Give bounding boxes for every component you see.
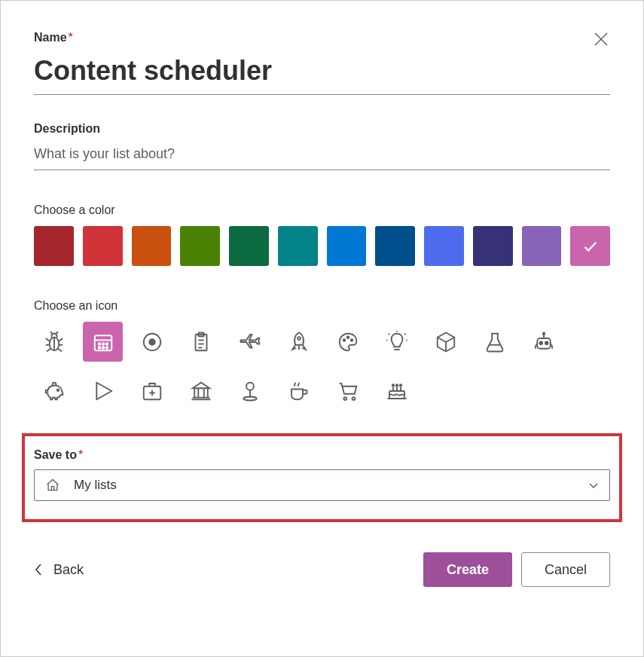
rocket-icon-option[interactable] [279,322,319,362]
svg-point-15 [102,343,104,345]
color-dark-red[interactable] [34,226,74,266]
svg-point-19 [105,347,108,349]
home-icon [45,478,60,493]
color-green[interactable] [180,226,220,266]
dialog-footer: Back Create Cancel [34,552,610,587]
palette-icon-option[interactable] [328,322,368,362]
create-list-dialog: Name* Description Choose a color Choose … [0,0,644,657]
svg-point-30 [346,336,349,338]
color-orange[interactable] [132,226,172,266]
color-teal[interactable] [278,226,318,266]
back-label: Back [53,562,84,578]
svg-point-17 [98,347,100,349]
svg-point-60 [243,396,257,400]
chevron-left-icon [34,563,43,576]
flask-icon-option[interactable] [475,322,514,362]
color-pink[interactable] [570,226,610,266]
cube-icon [435,331,457,353]
target-icon-option[interactable] [132,322,172,362]
color-purple[interactable] [522,226,562,266]
target-icon [141,331,163,353]
calendar-icon [92,331,114,353]
svg-point-21 [149,339,155,345]
color-cyan[interactable] [327,226,367,266]
svg-point-69 [399,384,401,387]
svg-point-18 [102,347,104,349]
robot-icon-option[interactable] [523,322,563,362]
calendar-icon-option[interactable] [83,322,123,362]
svg-line-9 [58,348,62,351]
svg-point-67 [392,384,394,387]
bug-icon-option[interactable] [34,322,74,362]
svg-point-58 [246,382,254,390]
description-label: Description [34,122,610,136]
save-to-dropdown[interactable]: My lists [34,469,610,501]
coffee-icon-option[interactable] [279,371,319,411]
rocket-icon [288,331,310,353]
save-to-label: Save to* [34,448,610,462]
cake-icon [386,380,408,402]
svg-point-16 [105,343,108,345]
color-blue[interactable] [424,226,464,266]
map-pin-icon [239,380,261,402]
name-label: Name* [34,31,610,44]
clipboard-icon-option[interactable] [181,322,221,362]
cube-icon-option[interactable] [426,322,465,362]
required-indicator: * [78,448,83,461]
svg-point-45 [542,332,545,335]
description-input[interactable] [34,142,610,170]
check-icon [582,238,599,255]
svg-line-5 [59,338,63,341]
icon-picker [34,322,610,411]
robot-icon [533,331,555,353]
color-navy[interactable] [473,226,513,266]
choose-color-label: Choose a color [34,203,610,217]
close-button[interactable] [589,27,613,51]
play-icon-option[interactable] [83,371,123,411]
airplane-icon [239,331,261,353]
svg-line-4 [45,338,49,341]
close-icon [594,32,608,46]
svg-marker-47 [96,382,111,399]
svg-point-42 [539,341,542,344]
required-indicator: * [69,31,73,44]
svg-point-43 [545,341,548,344]
cart-icon-option[interactable] [328,371,368,411]
bug-icon [43,331,66,353]
svg-line-11 [56,332,58,334]
color-picker [34,226,610,266]
svg-point-31 [350,339,353,341]
play-icon [92,380,114,402]
airplane-icon-option[interactable] [230,322,270,362]
piggy-bank-icon-option[interactable] [34,371,74,411]
name-input[interactable] [34,50,610,95]
svg-line-8 [47,348,50,351]
svg-point-46 [56,389,59,391]
coffee-icon [288,380,310,402]
cake-icon-option[interactable] [377,371,417,411]
cancel-button[interactable]: Cancel [521,552,610,587]
svg-marker-51 [192,382,209,388]
svg-point-62 [352,397,355,400]
clipboard-icon [190,331,212,353]
first-aid-icon [141,380,163,402]
save-to-highlight: Save to* My lists [22,433,622,522]
create-button[interactable]: Create [423,552,512,587]
choose-icon-label: Choose an icon [34,299,610,313]
lightbulb-icon-option[interactable] [377,322,417,362]
piggy-bank-icon [43,380,66,402]
bank-icon-option[interactable] [181,371,221,411]
bank-icon [190,380,212,402]
svg-point-27 [298,337,301,340]
flask-icon [484,331,506,353]
svg-line-35 [404,333,405,334]
svg-point-14 [98,343,100,345]
color-dark-blue[interactable] [375,226,415,266]
color-dark-green[interactable] [229,226,269,266]
color-red[interactable] [83,226,123,266]
svg-point-29 [343,339,345,341]
back-button[interactable]: Back [34,562,84,578]
map-pin-icon-option[interactable] [230,371,270,411]
first-aid-icon-option[interactable] [132,371,172,411]
palette-icon [337,331,359,353]
